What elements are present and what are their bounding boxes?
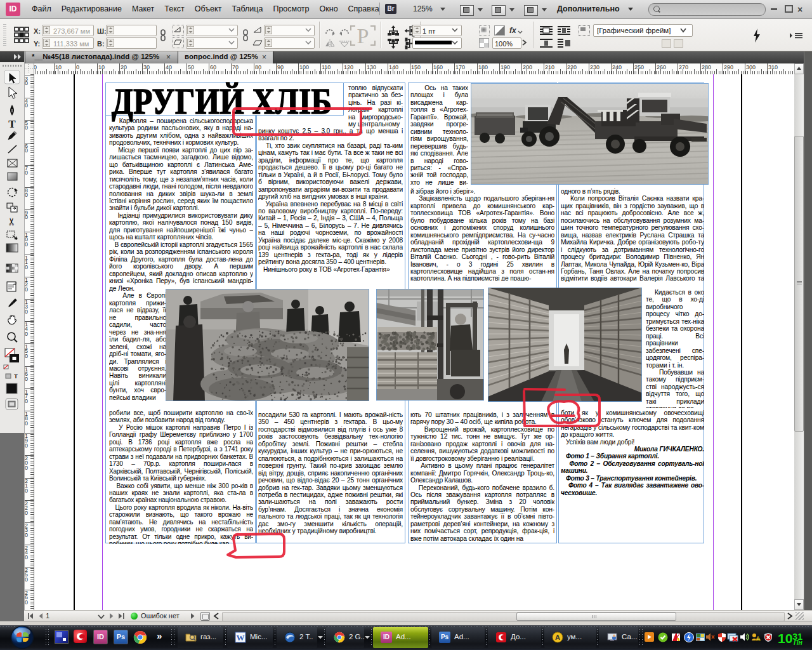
svg-text:W: W xyxy=(237,633,245,642)
svg-text:✂: ✂ xyxy=(6,217,17,225)
svg-text:T: T xyxy=(14,373,18,380)
svg-text:T: T xyxy=(8,118,16,130)
svg-text:!: ! xyxy=(757,637,759,641)
svg-text:A: A xyxy=(555,633,560,641)
